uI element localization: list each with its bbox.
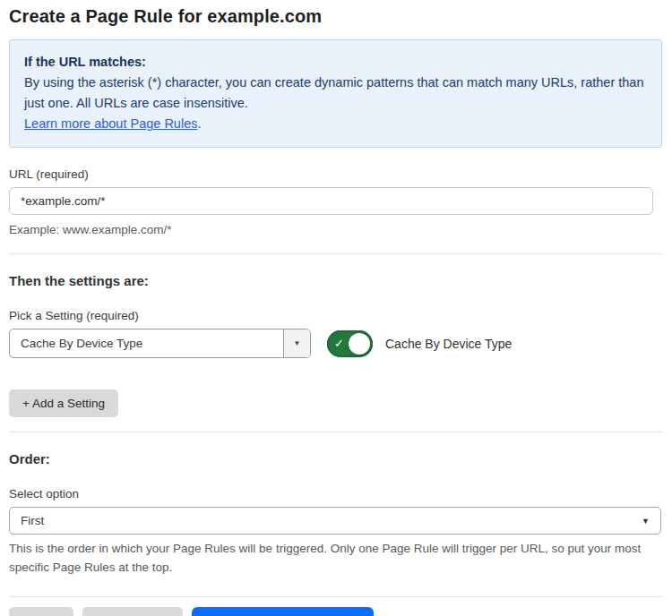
order-helper-text: This is the order in which your Page Rul… bbox=[9, 539, 645, 577]
create-page-rule-form: Create a Page Rule for example.com If th… bbox=[0, 0, 672, 616]
order-select-label: Select option bbox=[9, 487, 662, 500]
setting-row: Cache By Device Type ▼ ✓ Cache By Device… bbox=[9, 329, 662, 358]
divider bbox=[9, 596, 662, 597]
link-suffix-period: . bbox=[197, 116, 201, 131]
divider bbox=[9, 432, 662, 432]
toggle-label: Cache By Device Type bbox=[385, 337, 512, 351]
order-select[interactable]: First ▼ bbox=[9, 507, 661, 535]
pick-setting-label: Pick a Setting (required) bbox=[9, 309, 662, 322]
setting-select-value: Cache By Device Type bbox=[10, 329, 283, 357]
setting-select[interactable]: Cache By Device Type ▼ bbox=[9, 329, 311, 358]
add-setting-button[interactable]: + Add a Setting bbox=[9, 389, 118, 417]
divider bbox=[9, 253, 662, 254]
info-box-link-line: Learn more about Page Rules. bbox=[24, 114, 647, 134]
footer-actions: Cancel Save as Draft Save and Deploy Pag… bbox=[9, 607, 662, 616]
save-deploy-button[interactable]: Save and Deploy Page Rule bbox=[192, 607, 375, 616]
save-draft-button[interactable]: Save as Draft bbox=[82, 607, 183, 616]
order-section-heading: Order: bbox=[9, 451, 662, 466]
cancel-button[interactable]: Cancel bbox=[9, 607, 73, 616]
toggle-knob bbox=[349, 333, 370, 355]
setting-toggle[interactable]: ✓ bbox=[327, 330, 373, 357]
info-box-body: By using the asterisk (*) character, you… bbox=[24, 73, 647, 114]
order-select-value: First bbox=[21, 514, 44, 527]
chevron-down-icon[interactable]: ▼ bbox=[283, 329, 310, 357]
learn-more-link[interactable]: Learn more about Page Rules bbox=[24, 116, 197, 131]
url-example-helper: Example: www.example.com/* bbox=[9, 220, 662, 239]
url-input[interactable] bbox=[9, 187, 653, 215]
page-title: Create a Page Rule for example.com bbox=[9, 6, 662, 27]
info-box-heading: If the URL matches: bbox=[24, 52, 647, 73]
url-label: URL (required) bbox=[9, 167, 662, 181]
caret-down-icon: ▼ bbox=[642, 517, 650, 526]
settings-section-heading: Then the settings are: bbox=[9, 273, 662, 288]
url-match-info-box: If the URL matches: By using the asteris… bbox=[9, 39, 662, 148]
check-icon: ✓ bbox=[334, 338, 344, 349]
